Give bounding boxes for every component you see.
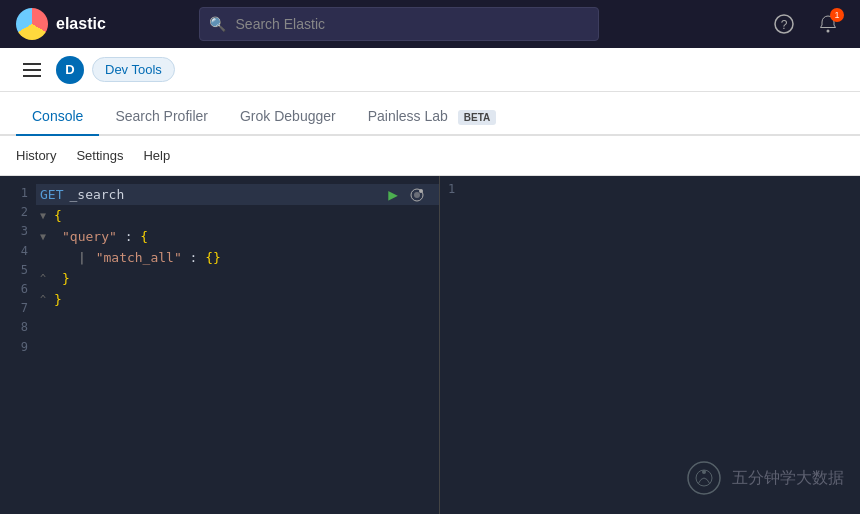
code-line-9 — [36, 352, 439, 373]
top-navbar: elastic 🔍 ? 1 — [0, 0, 860, 48]
copy-button[interactable] — [407, 185, 427, 205]
notification-badge: 1 — [830, 8, 844, 22]
search-icon: 🔍 — [209, 16, 226, 32]
help-link[interactable]: Help — [143, 140, 170, 171]
settings-link[interactable]: Settings — [76, 140, 123, 171]
tab-grok-debugger[interactable]: Grok Debugger — [224, 98, 352, 136]
notification-icon-btn[interactable]: 1 — [812, 8, 844, 40]
main-content: 1 2 3 4 5 6 7 8 9 GET _search ▶ — [0, 176, 860, 514]
svg-rect-4 — [23, 69, 41, 71]
logo-text: elastic — [56, 15, 106, 33]
editor-content: 1 2 3 4 5 6 7 8 9 GET _search ▶ — [0, 176, 439, 514]
watermark: 五分钟学大数据 — [684, 458, 844, 498]
fold-icon-3[interactable]: ▼ — [40, 226, 52, 247]
tab-search-profiler[interactable]: Search Profiler — [99, 98, 224, 136]
fold-icon-6[interactable]: ^ — [40, 289, 52, 310]
watermark-text: 五分钟学大数据 — [732, 468, 844, 489]
code-line-7 — [36, 310, 439, 331]
global-search[interactable]: 🔍 — [199, 7, 599, 41]
user-avatar[interactable]: D — [56, 56, 84, 84]
code-line-4: ▼ | "match_all" : {} — [36, 247, 439, 268]
nav-right-actions: ? 1 — [768, 8, 844, 40]
elastic-logo[interactable]: elastic — [16, 8, 106, 40]
dev-tools-button[interactable]: Dev Tools — [92, 57, 175, 82]
result-area: 五分钟学大数据 — [440, 203, 860, 514]
result-content — [463, 176, 860, 203]
sub-navbar: History Settings Help — [0, 136, 860, 176]
hamburger-button[interactable] — [16, 54, 48, 86]
result-panel: 1 五分钟学大数据 — [440, 176, 860, 514]
fold-icon-5[interactable]: ^ — [40, 268, 52, 289]
code-line-1: GET _search ▶ — [36, 184, 439, 205]
tab-painless-lab[interactable]: Painless Lab BETA — [352, 98, 513, 136]
code-line-2: ▼ { — [36, 205, 439, 226]
code-line-8 — [36, 331, 439, 352]
history-link[interactable]: History — [16, 140, 56, 171]
code-line-5: ^ } — [36, 268, 439, 289]
logo-icon — [16, 8, 48, 40]
svg-point-2 — [826, 30, 829, 33]
editor-code-area[interactable]: GET _search ▶ — [36, 180, 439, 510]
beta-badge: BETA — [458, 110, 496, 125]
tab-bar: Console Search Profiler Grok Debugger Pa… — [0, 92, 860, 136]
tab-console[interactable]: Console — [16, 98, 99, 136]
code-line-6: ^ } — [36, 289, 439, 310]
result-line-numbers: 1 — [440, 176, 463, 203]
svg-text:?: ? — [781, 18, 788, 32]
svg-point-10 — [702, 470, 706, 474]
svg-point-7 — [419, 189, 423, 193]
watermark-icon — [684, 458, 724, 498]
fold-icon-2[interactable]: ▼ — [40, 205, 52, 226]
code-line-3: ▼ "query" : { — [36, 226, 439, 247]
line-actions: ▶ — [383, 185, 435, 205]
editor-panel[interactable]: 1 2 3 4 5 6 7 8 9 GET _search ▶ — [0, 176, 440, 514]
svg-rect-5 — [23, 75, 41, 77]
secondary-navbar: D Dev Tools — [0, 48, 860, 92]
search-input[interactable] — [199, 7, 599, 41]
help-icon-btn[interactable]: ? — [768, 8, 800, 40]
svg-rect-3 — [23, 63, 41, 65]
path-value: _search — [69, 184, 124, 205]
method-keyword: GET — [40, 184, 63, 205]
run-button[interactable]: ▶ — [383, 185, 403, 205]
line-numbers: 1 2 3 4 5 6 7 8 9 — [0, 180, 36, 510]
